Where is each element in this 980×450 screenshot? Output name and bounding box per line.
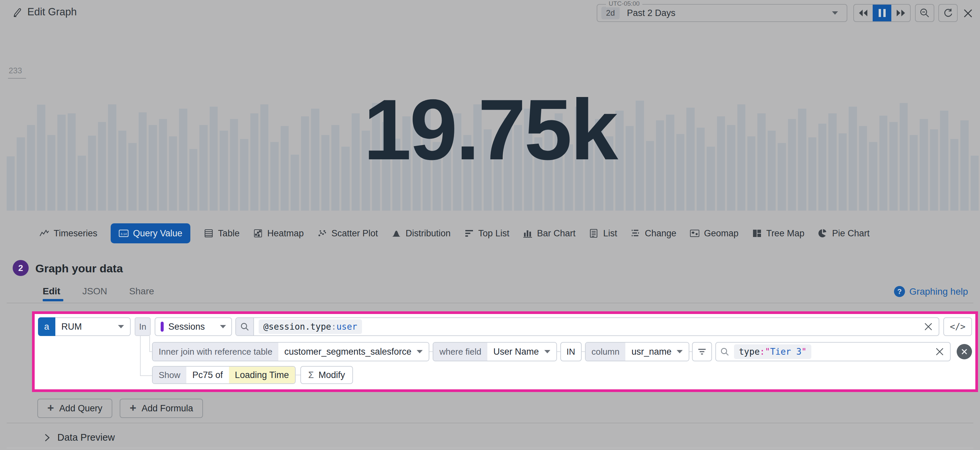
viztab-geomap[interactable]: Geomap [690,223,739,243]
viztab-list[interactable]: List [589,223,617,243]
pause-icon [879,9,886,17]
viztab-bar-chart[interactable]: Bar Chart [523,223,576,243]
query-token: @session.type:user [259,319,362,334]
connector-line [689,351,692,352]
zoom-out-button[interactable] [915,4,934,22]
modify-button[interactable]: Σ Modify [300,366,353,384]
close-icon [963,8,973,18]
show-label: Show [153,367,186,383]
sessions-color-bar [161,322,164,332]
filter-button[interactable] [692,342,712,361]
viztab-query-value[interactable]: 3.14 Query Value [111,223,190,243]
close-icon [924,322,933,331]
aggregation-select[interactable]: Pc75 of [186,367,229,383]
step-badge: 2 [13,260,29,276]
viztab-heatmap[interactable]: Heatmap [253,223,304,243]
column-label: column [585,343,626,361]
step-forward-button[interactable] [891,5,910,21]
tab-share[interactable]: Share [129,286,154,297]
geomap-icon [690,228,700,239]
clear-filter-button[interactable] [929,343,950,361]
operator-box[interactable]: IN [560,342,582,361]
tab-json[interactable]: JSON [82,286,107,297]
playback-controls [853,4,911,22]
viztab-timeseries[interactable]: Timeseries [39,223,97,243]
remove-join-button[interactable] [957,344,972,359]
timeseries-icon [39,228,49,239]
query-row-main: a RUM In Sessions @session.type:user [38,317,972,336]
timezone-label: UTC-05:00 [606,0,642,7]
data-preview-toggle[interactable]: Data Preview [44,432,115,443]
plus-icon: + [130,402,136,413]
chevron-down-icon [544,350,550,353]
fast-forward-icon [896,9,906,17]
table-icon [204,228,214,239]
query-letter-badge: a [38,317,55,336]
change-icon [630,228,640,239]
list-icon [589,228,599,239]
viztab-pie-chart[interactable]: Pie Chart [818,223,870,243]
visualization-tabs: Timeseries 3.14 Query Value Table Heatma… [39,221,870,245]
close-icon [961,348,968,355]
range-badge: 2d [601,7,620,19]
show-group: Show Pc75 of Loading Time [152,366,296,384]
join-table-select[interactable]: customer_segments_salesforce [278,343,429,361]
divider [7,448,973,448]
viztab-tree-map[interactable]: Tree Map [752,223,805,243]
rewind-icon [858,9,868,17]
pencil-icon [12,7,22,17]
query-search-input[interactable]: @session.type:user [235,317,939,336]
filter-search-input[interactable]: type:"Tier 3" [715,342,951,361]
clear-query-button[interactable] [918,318,939,336]
editor-tabs: Edit JSON Share [43,286,154,297]
active-tab-underline [43,299,63,301]
y-axis-max-label: 233 [9,66,22,75]
pause-button[interactable] [873,5,891,21]
chevron-down-icon [417,350,423,353]
close-button[interactable] [961,7,975,19]
top-list-icon [464,228,474,239]
pie-chart-icon [818,228,828,239]
tab-edit[interactable]: Edit [43,286,60,297]
heatmap-icon [253,228,263,239]
step-backward-button[interactable] [854,5,873,21]
chevron-down-icon [220,325,226,328]
edit-graph-modal: Edit Graph UTC-05:00 2d Past 2 Days [0,0,980,450]
zoom-out-icon [920,8,930,18]
add-formula-button[interactable]: + Add Formula [120,399,203,418]
query-value-display: 19.75k [0,87,980,173]
where-field-select[interactable]: User Name [487,343,556,361]
bar-chart-icon [523,228,533,239]
viztab-distribution[interactable]: Distribution [391,223,451,243]
viztab-table[interactable]: Table [204,223,240,243]
query-actions: + Add Query + Add Formula [37,399,203,418]
reset-zoom-button[interactable] [938,4,958,22]
connector-line [296,375,300,375]
search-icon [716,343,733,361]
chevron-down-icon [832,11,838,15]
join-group: Inner join with reference table customer… [152,342,430,361]
in-label: In [135,317,151,336]
source-select[interactable]: RUM [55,317,130,336]
plus-icon: + [47,402,54,413]
distribution-icon [391,228,401,239]
filter-token: type:"Tier 3" [734,344,811,359]
scatter-plot-icon [317,228,327,239]
code-view-button[interactable]: </> [943,317,972,336]
help-icon: ? [894,286,905,297]
viztab-top-list[interactable]: Top List [464,223,509,243]
query-row-show: Show Pc75 of Loading Time Σ Modify [152,366,353,384]
reset-icon [943,8,953,18]
join-label: Inner join with reference table [153,343,278,361]
viztab-change[interactable]: Change [630,223,676,243]
modal-title: Edit Graph [27,6,77,18]
viztab-scatter-plot[interactable]: Scatter Plot [317,223,378,243]
chevron-down-icon [118,325,124,328]
dataset-select[interactable]: Sessions [155,317,232,336]
divider [7,303,973,303]
graphing-help-link[interactable]: ? Graphing help [894,286,968,297]
metric-select[interactable]: Loading Time [229,367,295,383]
column-group: column usr_name [585,342,690,361]
add-query-button[interactable]: + Add Query [37,399,112,418]
column-select[interactable]: usr_name [625,343,689,361]
